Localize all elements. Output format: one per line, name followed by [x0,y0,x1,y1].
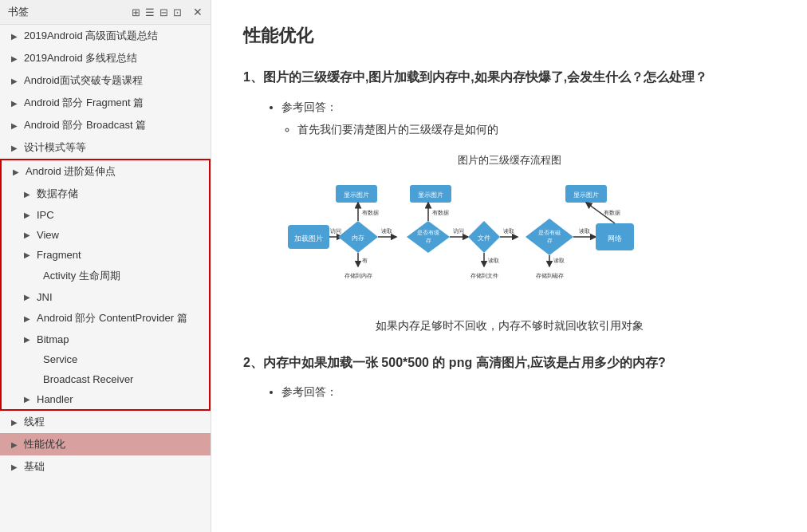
sidebar-item-3[interactable]: ▶ Android 部分 Fragment 篇 [0,92,211,114]
arrow-icon-12: ▶ [24,293,33,301]
sidebar-item-label-2: Android面试突破专题课程 [24,73,143,88]
sidebar-item-label-3: Android 部分 Fragment 篇 [24,96,144,110]
close-icon[interactable]: ✕ [193,6,203,18]
sidebar-header-icons: ⊞ ☰ ⊟ ⊡ [132,6,182,18]
sidebar: 书签 ⊞ ☰ ⊟ ⊡ ✕ ▶ 2019Android 高级面试题总结 ▶ 201… [0,0,211,532]
sidebar-item-10[interactable]: ▶ Fragment [2,245,209,265]
svg-text:是否有磁: 是否有磁 [538,230,561,236]
svg-text:读取: 读取 [503,228,514,234]
arrow-icon-10: ▶ [24,250,33,259]
sidebar-title: 书签 [8,5,29,19]
arrow-icon-19: ▶ [11,440,21,449]
icon-list[interactable]: ☰ [145,6,155,18]
sidebar-item-label-8: IPC [37,209,54,221]
sidebar-item-label-1: 2019Android 多线程总结 [24,51,137,65]
svg-text:存储到文件: 存储到文件 [470,273,498,278]
section-2: 2、内存中如果加载一张 500*500 的 png 高清图片,应该是占用多少的内… [243,353,775,400]
diagram-container: 图片的三级缓存流程图 加载图片 访问 内存 有 存储到内存 [243,153,775,333]
sidebar-item-label-6: Android 进阶延伸点 [26,164,116,179]
diagram-note: 如果内存足够时不回收，内存不够时就回收软引用对象 [243,319,775,333]
sidebar-item-label-15: Service [43,353,77,365]
sidebar-item-label-5: 设计模式等等 [24,140,86,155]
section-1-title: 1、图片的三级缓存中,图片加载到内存中,如果内存快爆了,会发生什么？怎么处理？ [243,67,775,88]
sidebar-item-label-7: 数据存储 [37,187,78,201]
sidebar-header: 书签 ⊞ ☰ ⊟ ⊡ ✕ [0,0,211,25]
svg-text:读取: 读取 [488,258,499,264]
arrow-icon-2: ▶ [11,77,21,85]
main-content: 性能优化 1、图片的三级缓存中,图片加载到内存中,如果内存快爆了,会发生什么？怎… [211,0,807,532]
svg-text:加载图片: 加载图片 [294,234,323,242]
sidebar-item-label-13: Android 部分 ContentProvider 篇 [37,311,187,325]
bullet-2-1: 参考回答： [281,385,775,400]
svg-text:存: 存 [425,238,431,243]
svg-text:网络: 网络 [608,234,622,242]
arrow-icon-18: ▶ [11,418,21,427]
arrow-icon-9: ▶ [24,231,33,239]
sidebar-item-8[interactable]: ▶ IPC [2,205,209,225]
arrow-icon-20: ▶ [11,463,21,471]
arrow-icon-7: ▶ [24,190,33,199]
sidebar-item-11[interactable]: ▶ Activity 生命周期 [2,265,209,287]
arrow-icon-6: ▶ [13,167,22,176]
sidebar-item-20[interactable]: ▶ 基础 [0,455,211,478]
svg-text:显示图片: 显示图片 [573,191,599,199]
sidebar-item-6[interactable]: ▶ Android 进阶延伸点 [2,160,209,183]
icon-bookmark[interactable]: ⊟ [159,6,168,18]
sidebar-item-0[interactable]: ▶ 2019Android 高级面试题总结 [0,25,211,47]
sidebar-item-7[interactable]: ▶ 数据存储 [2,183,209,205]
sidebar-item-14[interactable]: ▶ Bitmap [2,329,209,349]
sidebar-item-19[interactable]: ▶ 性能优化 [0,433,211,455]
sidebar-item-15[interactable]: ▶ Service [2,349,209,369]
sidebar-item-label-20: 基础 [24,459,45,474]
arrow-icon-3: ▶ [11,99,21,108]
svg-text:读取: 读取 [381,228,392,234]
svg-text:存储到内存: 存储到内存 [344,273,372,278]
sidebar-item-9[interactable]: ▶ View [2,225,209,245]
arrow-icon-0: ▶ [11,32,21,41]
sidebar-item-label-0: 2019Android 高级面试题总结 [24,29,158,43]
svg-text:存: 存 [546,238,552,243]
svg-text:存储到磁存: 存储到磁存 [535,273,563,278]
svg-text:访问: 访问 [453,228,464,234]
sidebar-item-2[interactable]: ▶ Android面试突破专题课程 [0,69,211,92]
sidebar-item-16[interactable]: ▶ Broadcast Receiver [2,369,209,389]
sidebar-item-label-19: 性能优化 [24,437,65,451]
sidebar-item-13[interactable]: ▶ Android 部分 ContentProvider 篇 [2,307,209,329]
sidebar-item-label-4: Android 部分 Broadcast 篇 [24,118,146,132]
sidebar-item-4[interactable]: ▶ Android 部分 Broadcast 篇 [0,114,211,136]
svg-text:有: 有 [362,258,368,263]
sidebar-item-label-12: JNI [37,291,53,303]
arrow-icon-14: ▶ [24,335,33,344]
svg-text:有数据: 有数据 [432,210,449,215]
section-1: 1、图片的三级缓存中,图片加载到内存中,如果内存快爆了,会发生什么？怎么处理？ … [243,67,775,333]
svg-text:有数据: 有数据 [362,210,379,215]
sidebar-item-label-16: Broadcast Receiver [43,373,133,385]
sub-bullet-1-1: 首先我们要清楚图片的三级缓存是如何的 [297,123,775,137]
svg-text:读取: 读取 [579,228,590,234]
arrow-icon-4: ▶ [11,121,21,130]
sidebar-item-label-17: Handler [37,393,73,405]
sidebar-item-18[interactable]: ▶ 线程 [0,411,211,433]
svg-text:显示图片: 显示图片 [344,191,369,199]
arrow-icon-1: ▶ [11,54,21,63]
page-title: 性能优化 [243,24,775,48]
svg-marker-23 [526,219,573,255]
sidebar-item-label-18: 线程 [24,415,45,429]
sidebar-item-1[interactable]: ▶ 2019Android 多线程总结 [0,47,211,69]
sidebar-item-5[interactable]: ▶ 设计模式等等 [0,136,211,159]
svg-text:访问: 访问 [330,228,341,234]
icon-grid[interactable]: ⊞ [132,6,140,18]
svg-text:读取: 读取 [553,258,565,264]
svg-text:内存: 内存 [352,234,364,242]
icon-pin[interactable]: ⊡ [173,6,182,18]
svg-text:是否有缓: 是否有缓 [417,230,439,236]
svg-text:有数据: 有数据 [604,210,620,215]
diagram-title: 图片的三级缓存流程图 [243,153,775,167]
sidebar-item-17[interactable]: ▶ Handler [2,389,209,409]
arrow-icon-8: ▶ [24,211,33,219]
bullet-1-1: 参考回答： [281,100,775,115]
sidebar-item-12[interactable]: ▶ JNI [2,287,209,307]
sidebar-item-label-9: View [37,229,59,241]
arrow-icon-17: ▶ [24,395,33,404]
arrow-icon-5: ▶ [11,144,21,152]
